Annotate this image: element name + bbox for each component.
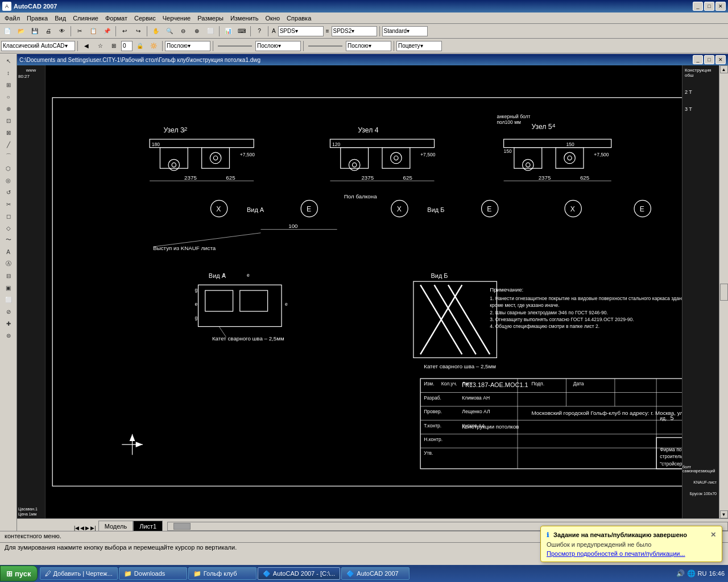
matchprop-button[interactable]: ⌨ [235,25,248,38]
taskbar-item-1[interactable]: 📁 Downloads [119,567,187,580]
drawing-canvas[interactable]: www 80:27 Цасаван.1 Цена 1мм Узел 3 2 [17,65,728,518]
tool-ins[interactable]: ▣ [2,282,15,293]
spds-combo[interactable]: SPDS▾ [278,26,324,36]
drawing-window-controls[interactable]: _ □ ✕ [693,55,726,64]
tab-last-button[interactable]: ▶| [90,525,96,531]
zoom-button[interactable]: 🔍 [163,25,176,38]
menu-file[interactable]: Файл [1,14,23,23]
plot-button[interactable]: 🖨 [42,25,55,38]
layer-state-button[interactable]: ☆ [94,40,106,52]
tool-hatch[interactable]: ⊠ [2,127,15,138]
scroll-down[interactable]: ▼ [720,510,728,518]
lineweight-combo[interactable]: Послою▾ [346,41,391,51]
tool-text[interactable]: A [2,246,15,257]
start-button[interactable]: ⊞ пуск [0,566,38,581]
tab-navigation[interactable]: |◀ ◀ ▶ ▶| [74,525,96,531]
tool-select[interactable]: ↖ [2,55,15,66]
paste-button[interactable]: 📌 [101,25,113,38]
menu-window[interactable]: Окно [262,14,284,23]
tab-prev-button[interactable]: ◀ [80,525,84,531]
drawing-maximize-button[interactable]: □ [704,55,714,64]
plotstyle-combo[interactable]: Поцвету▾ [396,41,442,51]
close-button[interactable]: ✕ [715,2,726,11]
layer-field[interactable]: 0 [121,41,133,51]
drawing-close-button[interactable]: ✕ [715,55,726,64]
menu-edit[interactable]: Правка [23,14,51,23]
standard-combo[interactable]: Standard▾ [382,26,428,36]
new-file-button[interactable]: 📄 [1,25,14,38]
tool-ellipse[interactable]: ◇ [2,222,15,234]
svg-text:E: E [487,205,491,213]
tool-block[interactable]: ⬜ [2,294,15,305]
v-scrollbar[interactable]: ▲ ▼ [719,65,728,518]
tool-rect[interactable]: ◻ [2,210,15,222]
tool-copy2[interactable]: ⊜ [2,330,15,341]
tool-rotate[interactable]: ↺ [2,186,15,198]
tool-circle[interactable]: ○ [2,91,15,102]
tool-arc[interactable]: ⌒ [2,151,15,162]
preview-button[interactable]: 👁 [56,25,68,38]
tool-center[interactable]: ⊕ [2,103,15,114]
menu-draw[interactable]: Черчение [159,14,195,23]
menu-view[interactable]: Вид [51,14,69,23]
help-button[interactable]: ? [253,25,266,38]
cut-button[interactable]: ✂ [73,25,86,38]
tool-snap[interactable]: ⊞ [2,79,15,90]
zoom-prev-button[interactable]: ⊖ [177,25,189,38]
zoom-win-button[interactable]: ⬜ [204,25,217,38]
taskbar-item-4[interactable]: 🔷 AutoCAD 2007 [341,567,410,580]
scroll-up[interactable]: ▲ [720,65,728,73]
linetype-combo[interactable]: Послою▾ [255,41,301,51]
tab-model[interactable]: Модель [98,521,133,531]
tool-move[interactable]: ✚ [2,318,15,329]
zoom-ext-button[interactable]: ⊕ [191,25,203,38]
redo-button[interactable]: ↪ [132,25,144,38]
workspace-combo[interactable]: Классический AutoCAD▾ [1,41,75,51]
layer-prev-button[interactable]: ◀ [80,40,93,52]
sep10 [213,41,213,51]
h-scroll-thumb[interactable] [173,523,191,530]
tool-spline[interactable]: 〜 [2,234,15,246]
svg-point-39 [568,156,572,160]
menu-help[interactable]: Справка [283,14,315,23]
copy-button[interactable]: 📋 [87,25,100,38]
taskbar-item-0[interactable]: 🖊 Добавить | Чертеж... [40,567,118,580]
minimize-button[interactable]: _ [693,2,703,11]
tool-dim[interactable]: ⊟ [2,270,15,281]
drawing-minimize-button[interactable]: _ [693,55,703,64]
layer-mgr-button[interactable]: ⊞ [107,40,120,52]
scroll-thumb[interactable] [720,284,728,301]
tool-box[interactable]: ⊡ [2,115,15,126]
save-button[interactable]: 💾 [28,25,41,38]
open-file-button[interactable]: 📂 [15,25,27,38]
spds2-combo[interactable]: SPDS2▾ [332,26,377,36]
taskbar-item-2[interactable]: 📁 Гольф клуб [188,567,257,580]
menu-format[interactable]: Формат [102,14,131,23]
tab-next-button[interactable]: ▶ [85,525,89,531]
notification-link[interactable]: Просмотр подробностей о печати/публикаци… [547,550,716,557]
tool-trim[interactable]: ✂ [2,198,15,210]
notification-close-button[interactable]: ✕ [710,531,716,539]
menu-merge[interactable]: Слияние [69,14,102,23]
layer-lock-button[interactable]: 🔒 [134,40,146,52]
taskbar-item-3[interactable]: 🔷 AutoCAD 2007 - [C:\... [258,567,340,580]
maximize-button[interactable]: □ [704,2,714,11]
tool-line[interactable]: ╱ [2,139,15,150]
menu-service[interactable]: Сервис [131,14,159,23]
prop-button[interactable]: 📊 [222,25,234,38]
menu-modify[interactable]: Изменить [227,14,262,23]
tab-first-button[interactable]: |◀ [74,525,79,531]
title-bar-buttons[interactable]: _ □ ✕ [693,2,726,11]
layer-view-button[interactable]: 🔆 [147,40,160,52]
color-combo[interactable]: Послою▾ [165,41,210,51]
tool-select2[interactable]: ↕ [2,67,15,78]
menu-dim[interactable]: Размеры [194,14,227,23]
tool-poly[interactable]: ⬡ [2,163,15,174]
tool-mtext[interactable]: Ⓐ [2,258,15,269]
main-drawing[interactable]: Узел 3 2 Узел 4 Узел 5 4 анкерный болт п… [46,65,719,518]
tab-sheet1[interactable]: Лист1 [133,521,163,531]
undo-button[interactable]: ↩ [118,25,131,38]
tool-offset[interactable]: ◎ [2,174,15,186]
tool-erase[interactable]: ⊘ [2,306,15,317]
pan-button[interactable]: ✋ [150,25,162,38]
